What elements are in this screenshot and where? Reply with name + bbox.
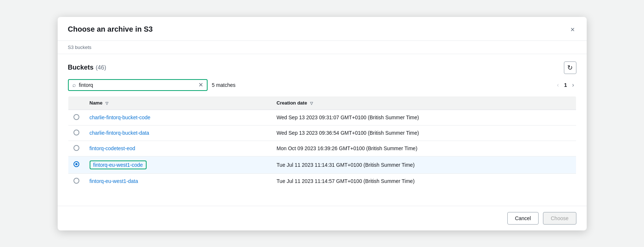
radio-button[interactable] [73,161,79,167]
main-content: Buckets (46) ↻ ⌕ ✕ 5 matches ‹ 1 › [58,54,587,206]
close-button[interactable]: × [569,24,576,35]
bucket-name-cell: fintorq-eu-west1-data [84,173,271,189]
table-row[interactable]: fintorq-codetest-eodMon Oct 09 2023 16:3… [68,141,576,156]
section-title: Buckets [68,64,94,71]
bucket-date-cell: Wed Sep 13 2023 09:36:54 GMT+0100 (Briti… [271,125,576,141]
next-page-button[interactable]: › [570,80,576,90]
dialog-header: Choose an archive in S3 × [58,17,587,41]
search-input[interactable] [79,82,195,88]
bucket-date-cell: Mon Oct 09 2023 16:39:26 GMT+0100 (Briti… [271,141,576,156]
breadcrumb: S3 buckets [58,41,587,54]
bucket-date-cell: Wed Sep 13 2023 09:31:07 GMT+0100 (Briti… [271,110,576,126]
dialog-title: Choose an archive in S3 [68,25,153,33]
search-input-wrapper: ⌕ ✕ [68,79,208,91]
bucket-link[interactable]: fintorq-codetest-eod [90,145,136,151]
pagination: ‹ 1 › [555,80,576,90]
bucket-date-cell: Tue Jul 11 2023 11:14:57 GMT+0100 (Briti… [271,173,576,189]
section-left: Buckets (46) [68,64,106,71]
table-row[interactable]: charlie-fintorq-bucket-dataWed Sep 13 20… [68,125,576,141]
bucket-name-cell: fintorq-eu-west1-code [84,156,271,173]
search-icon: ⌕ [72,82,76,88]
bucket-name-cell: charlie-fintorq-bucket-code [84,110,271,126]
bucket-link[interactable]: fintorq-eu-west1-data [90,178,138,184]
bucket-link[interactable]: charlie-fintorq-bucket-data [90,130,150,136]
radio-button[interactable] [73,114,79,120]
page-number: 1 [564,82,567,88]
col-radio [68,96,84,110]
search-bar: ⌕ ✕ 5 matches ‹ 1 › [68,79,576,91]
section-header-row: Buckets (46) ↻ [68,61,576,74]
radio-button[interactable] [73,130,79,135]
table-row[interactable]: charlie-fintorq-bucket-codeWed Sep 13 20… [68,110,576,126]
section-count: (46) [96,64,106,71]
clear-search-button[interactable]: ✕ [198,82,203,88]
radio-button[interactable] [73,145,79,151]
buckets-table: Name ▽ Creation date ▽ charlie-fintorq-b… [68,96,576,189]
match-count: 5 matches [212,82,236,88]
refresh-icon: ↻ [567,64,573,72]
cancel-button[interactable]: Cancel [507,212,539,225]
col-name[interactable]: Name ▽ [84,96,271,110]
bucket-name-cell: fintorq-codetest-eod [84,141,271,156]
date-sort-icon: ▽ [310,101,313,105]
radio-button[interactable] [73,178,79,184]
bucket-date-cell: Tue Jul 11 2023 11:14:31 GMT+0100 (Briti… [271,156,576,173]
breadcrumb-label: S3 buckets [68,45,91,50]
table-header-row: Name ▽ Creation date ▽ [68,96,576,110]
table-row[interactable]: fintorq-eu-west1-dataTue Jul 11 2023 11:… [68,173,576,189]
prev-page-button[interactable]: ‹ [555,80,561,90]
dialog-footer: Cancel Choose [58,206,587,230]
refresh-button[interactable]: ↻ [564,61,576,74]
name-sort-icon: ▽ [105,101,108,105]
choose-archive-dialog: Choose an archive in S3 × S3 buckets Buc… [58,17,587,230]
table-row[interactable]: fintorq-eu-west1-codeTue Jul 11 2023 11:… [68,156,576,173]
bucket-name-cell: charlie-fintorq-bucket-data [84,125,271,141]
choose-button[interactable]: Choose [543,212,576,225]
col-creation-date[interactable]: Creation date ▽ [271,96,576,110]
bucket-link[interactable]: charlie-fintorq-bucket-code [90,114,151,120]
bucket-link[interactable]: fintorq-eu-west1-code [93,162,143,168]
